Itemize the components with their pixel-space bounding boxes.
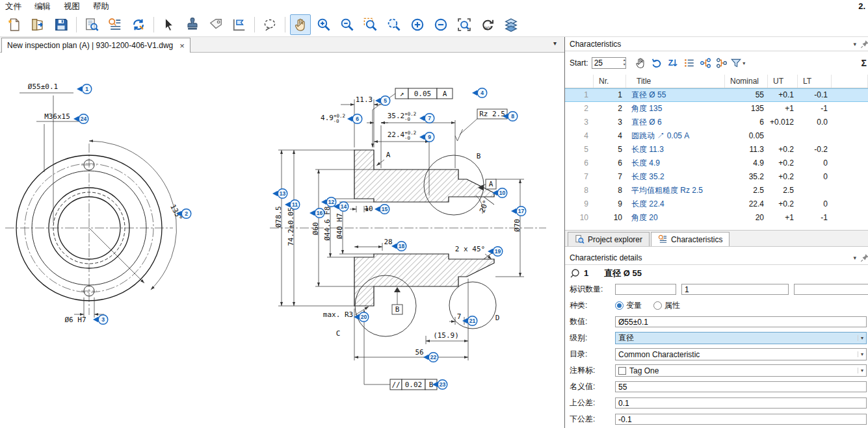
column-header-lt[interactable]: LT [798,75,832,88]
corner-tool-button[interactable] [229,14,250,35]
find-characteristic-button[interactable] [81,14,102,35]
pan-tool-button[interactable] [290,14,311,35]
menu-view[interactable]: 视图 [64,2,80,11]
tab-characteristics[interactable]: Characteristics [651,232,730,246]
menu-help[interactable]: 帮助 [93,2,109,11]
characteristic-title[interactable]: 长度 4.9 [626,157,725,170]
column-header-ut[interactable]: UT [768,75,798,88]
list-view-button[interactable] [681,55,697,71]
renumber-button[interactable]: Z [665,55,681,71]
chevron-down-icon[interactable]: ▾ [858,368,863,373]
new-inspection-plan-button[interactable] [4,14,25,35]
balloon-1[interactable]: 1 [77,84,92,94]
menu-file[interactable]: 文件 [5,2,21,11]
characteristic-row[interactable]: 99长度 22.422.4+0.20 [565,197,868,211]
rotate-90-button[interactable]: 90° [477,14,498,35]
select-tool-button[interactable] [159,14,179,35]
balloon-24[interactable]: 24 [73,114,88,124]
balloon-17[interactable]: 17 [511,207,526,216]
value-input[interactable] [615,316,867,327]
characteristic-row[interactable]: 77长度 35.235.2+0.20 [565,170,868,184]
balloon-list-button[interactable] [105,14,125,35]
tag-select[interactable]: Tag One ▾ [615,364,867,377]
characteristic-row[interactable]: 11直径 Ø 5555+0.1-0.1 [565,88,868,102]
spinner-icon[interactable]: ▴▾ [624,58,625,67]
tab-project-explorer[interactable]: Project explorer [568,232,650,246]
collapse-chevron-icon[interactable]: ▾ [853,41,856,47]
balloon-12[interactable]: 12 [321,197,336,207]
pin-icon[interactable] [860,253,868,262]
balloon-22[interactable]: 22 [423,353,438,362]
balloon-9[interactable]: 9 [419,132,434,142]
stamp-tool-button[interactable] [182,14,203,35]
catalog-select[interactable]: Common Characteristic ▾ [615,348,867,360]
document-tab[interactable]: New inspection plan (A) | 930-1200-406-V… [1,38,191,53]
characteristic-row[interactable]: 66长度 4.94.9+0.20 [565,157,868,170]
ut-input[interactable] [615,397,867,409]
characteristic-row[interactable]: 22角度 135135+1-1 [565,102,868,116]
unlink-characteristics-button[interactable] [714,55,730,71]
balloon-3[interactable]: 3 [93,315,108,325]
zoom-extents-button[interactable] [454,14,475,35]
characteristic-title[interactable]: 圆跳动 ↗ 0.05 A [626,129,725,143]
shrink-button[interactable] [430,14,451,35]
chevron-down-icon[interactable]: ▾ [858,335,863,341]
characteristic-row[interactable]: 1010角度 2020+1-1 [565,211,868,225]
qty-input-3[interactable] [794,284,868,295]
tab-list-dropdown-icon[interactable]: ▾ [553,40,557,47]
characteristic-title[interactable]: 长度 35.2 [626,170,725,184]
zoom-dynamic-button[interactable] [384,14,404,35]
characteristic-title[interactable]: 角度 135 [626,102,725,116]
characteristic-row[interactable]: 44圆跳动 ↗ 0.05 A0.05 [565,129,868,143]
balloon-18[interactable]: 18 [391,242,406,251]
characteristic-title[interactable]: 平均值粗糙度 Rz 2.5 [626,184,725,197]
filter-button[interactable]: ▾ [730,55,746,71]
qty-input-2[interactable] [681,284,789,295]
lasso-tool-button[interactable] [259,14,280,35]
qty-input-1[interactable] [615,284,676,295]
characteristic-title[interactable]: 直径 Ø 55 [626,89,725,101]
balloon-15[interactable]: 15 [375,205,389,214]
balloon-6[interactable]: 6 [347,114,362,124]
link-characteristics-button[interactable] [698,55,713,71]
collapse-chevron-icon[interactable]: ▾ [853,255,856,261]
save-button[interactable] [51,14,72,35]
sum-icon[interactable]: Σ [861,58,867,68]
zoom-window-button[interactable] [360,14,381,35]
balloon-16[interactable]: 16 [309,208,324,218]
balloon-21[interactable]: 21 [462,316,477,326]
pin-icon[interactable] [860,40,868,49]
balloon-13[interactable]: 13 [272,189,287,199]
characteristic-title[interactable]: 角度 20 [626,211,725,225]
characteristic-row[interactable]: 33直径 Ø 66+0.0120.0 [565,116,868,129]
tag-checkbox[interactable] [618,367,626,375]
layers-button[interactable] [501,14,521,35]
characteristic-title[interactable]: 长度 22.4 [626,197,725,211]
characteristic-row[interactable]: 55长度 11.311.3+0.2-0.2 [565,143,868,157]
menu-edit[interactable]: 编辑 [34,2,51,11]
column-header-nominal[interactable]: Nominal [725,75,768,88]
tab-close-icon[interactable]: × [179,41,185,51]
tag-tool-button[interactable] [205,14,226,35]
zoom-in-button[interactable] [313,14,334,35]
column-header-title[interactable]: Title [626,75,725,88]
drawing-canvas[interactable]: Ø55±0.1M36x15135°Ø6 H711.34.9+0.2-035.2+… [0,53,564,428]
start-number-input[interactable] [592,57,626,69]
characteristic-title[interactable]: 直径 Ø 6 [626,116,725,129]
chevron-down-icon[interactable]: ▾ [858,351,863,357]
class-select[interactable]: 直径 ▾ [615,332,867,344]
enlarge-button[interactable] [407,14,428,35]
balloon-4[interactable]: 4 [472,88,487,98]
column-header-nr[interactable]: Nr. [594,75,626,88]
restore-button[interactable] [649,55,664,71]
lt-input[interactable] [615,414,867,425]
balloon-5[interactable]: 5 [375,96,390,106]
select-characteristics-button[interactable] [633,55,648,71]
radio-attribute[interactable] [653,301,662,310]
open-button[interactable] [27,14,48,35]
radio-variable[interactable] [615,301,624,310]
nominal-input[interactable] [615,381,867,392]
characteristic-title[interactable]: 长度 11.3 [626,143,725,157]
update-balloons-button[interactable] [128,14,149,35]
characteristic-row[interactable]: 88平均值粗糙度 Rz 2.52.52.5 [565,184,868,197]
